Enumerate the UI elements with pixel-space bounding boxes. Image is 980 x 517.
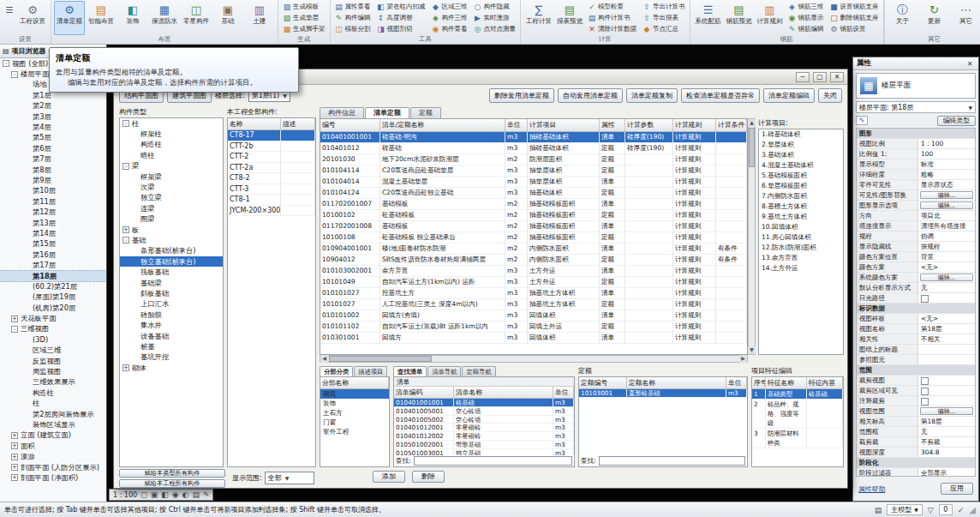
view-control-icon[interactable]: ◐: [182, 490, 189, 499]
close-button[interactable]: 关闭: [818, 88, 842, 103]
browser-tree-item[interactable]: 第9层: [0, 175, 106, 185]
ribbon-button[interactable]: ⋯ 其它: [951, 1, 980, 35]
type-tree-item[interactable]: 条形基础(桩承台): [120, 246, 223, 256]
ribbon-button[interactable]: ▤ 报表预览: [554, 1, 585, 35]
property-row[interactable]: 默认分析显示方式 无: [857, 283, 975, 293]
ribbon-button[interactable]: ◧ 装饰: [117, 1, 148, 35]
section-tab[interactable]: 分部分类: [320, 366, 353, 376]
property-row[interactable]: 视图深度 304.8: [857, 448, 975, 458]
ribbon-button[interactable]: ↻ 更新: [919, 1, 950, 35]
calc-item[interactable]: 7.内侧防水面积: [759, 191, 843, 201]
ribbon-button[interactable]: ✓ 模型检查: [586, 1, 638, 12]
calc-item[interactable]: 8.基槽土方体积: [759, 201, 843, 212]
property-value[interactable]: [918, 376, 975, 385]
close-icon[interactable]: ✕: [830, 72, 844, 82]
tree-expander-icon[interactable]: +: [11, 442, 18, 449]
property-value[interactable]: 第18层: [918, 324, 975, 334]
ribbon-button[interactable]: ◆ 节点汇总: [641, 23, 687, 34]
type-tree-item[interactable]: 集水井: [120, 320, 223, 330]
column-header[interactable]: 计算条件: [716, 119, 747, 131]
browser-tree-item[interactable]: 第17层: [0, 260, 106, 270]
select-toggle-icon[interactable]: ✓: [958, 506, 965, 514]
browser-tree-item[interactable]: 第7层: [0, 154, 106, 165]
ribbon-button[interactable]: ▤ 钢筋预览: [724, 1, 755, 35]
browser-tree-item[interactable]: 第18层: [0, 271, 106, 281]
browser-tree-item[interactable]: 第11层: [0, 196, 106, 207]
browser-tree-item[interactable]: - 三维视图: [0, 324, 106, 334]
cell-rule[interactable]: 计算规则: [673, 277, 716, 288]
list-row[interactable]: 010401005002 空心砖墙 m3: [394, 416, 574, 424]
table-row[interactable]: 010904001001 楼(地)面卷材防水防潮 m2 内侧防水面积 清单 计算…: [320, 243, 747, 255]
property-value[interactable]: [918, 345, 975, 354]
type-tree-item[interactable]: + 砌体: [120, 363, 223, 373]
view-control-icon[interactable]: ◻: [140, 490, 146, 499]
property-row[interactable]: 视图名称 第18层: [857, 324, 975, 334]
close-icon[interactable]: ✕: [965, 60, 975, 68]
table-row[interactable]: 010101027 挖基坑土方 m3 抽基坑土方体积 清单 计算规则: [320, 288, 747, 299]
ribbon-button[interactable]: ∑ 工程计算: [523, 1, 554, 35]
cell-rule[interactable]: 计算规则: [673, 266, 716, 277]
property-value[interactable]: 全部显示: [918, 468, 975, 477]
ribbon-button[interactable]: ↕ 高度调整: [375, 12, 427, 23]
tree-expander-icon[interactable]: +: [11, 464, 18, 471]
tree-expander-icon[interactable]: -: [122, 237, 129, 243]
property-row[interactable]: 图形: [857, 129, 975, 139]
cell-rule[interactable]: 计算规则: [673, 310, 716, 322]
ribbon-button[interactable]: ◫ 零星构件: [181, 1, 212, 35]
browser-tree-item[interactable]: (60.2)第21层: [0, 281, 106, 292]
property-row[interactable]: 注释裁剪: [857, 396, 975, 406]
apply-to-type-button[interactable]: 赋给本类型所有构件: [119, 469, 225, 478]
check-list-button[interactable]: 检查清单定额是否异常: [681, 88, 760, 103]
browser-tree-item[interactable]: 周监视图: [0, 366, 106, 376]
calc-item[interactable]: 9.基坑土方体积: [759, 212, 843, 222]
ribbon-button[interactable]: ▥ 土建: [244, 1, 275, 35]
tree-expander-icon[interactable]: +: [122, 226, 129, 233]
property-value[interactable]: 不剪裁: [918, 437, 975, 447]
browser-tree-item[interactable]: 构造柱: [0, 388, 106, 398]
ribbon-button[interactable]: ◈ 钢筋三维: [786, 1, 826, 12]
list-search-tab[interactable]: 定额导航: [462, 366, 495, 376]
component-row[interactable]: CT8-1: [228, 195, 315, 206]
ribbon-button[interactable]: ◨ 视图剖切: [375, 23, 427, 34]
column-header[interactable]: 属性: [600, 119, 625, 131]
property-row[interactable]: 视图比例 1 : 100: [857, 139, 975, 149]
property-row[interactable]: 显示模型 标准: [857, 159, 975, 170]
ribbon-button[interactable]: □ 删除钢筋支座: [828, 12, 881, 23]
section-item[interactable]: 土石方: [320, 408, 389, 418]
ribbon-button[interactable]: ✕ 清除计算数据: [586, 23, 638, 34]
browser-tree-item[interactable]: + 立面 (建筑立面): [0, 430, 106, 441]
ribbon-button[interactable]: ⓘ 关于: [887, 1, 918, 35]
component-row[interactable]: JYCM-200×300: [228, 206, 315, 217]
table-row[interactable]: 20101030 地下20cm水泥砂浆防潮层 m2 防潮层面积 定额 计算规则: [320, 154, 747, 165]
property-row[interactable]: 裁剪区域可见: [857, 386, 975, 396]
detail-tab[interactable]: 清单定额: [365, 107, 409, 118]
maximize-icon[interactable]: ▢: [813, 72, 827, 82]
add-button[interactable]: 添加: [373, 471, 405, 483]
ribbon-button[interactable]: ⚙ 钢筋设置: [828, 23, 881, 34]
property-value[interactable]: 按规程: [918, 242, 975, 251]
column-header[interactable]: 清单名称: [454, 387, 553, 398]
browser-tree-item[interactable]: 第13层: [0, 218, 106, 228]
column-header[interactable]: 计算参数: [625, 119, 673, 131]
browser-tree-item[interactable]: 三维效果展示: [0, 377, 106, 388]
list-search-input[interactable]: [414, 456, 572, 466]
list-row[interactable]: 010401012001 零星砌砖 m3: [394, 424, 574, 432]
browser-tree-item[interactable]: 第3层: [0, 111, 106, 122]
section-item[interactable]: 装饰: [320, 399, 389, 408]
column-header[interactable]: 序号: [752, 377, 766, 388]
cell-feature-value[interactable]: [807, 429, 843, 448]
type-tree-item[interactable]: 构造柱: [120, 140, 223, 150]
cell-rule[interactable]: 计算规则: [673, 322, 716, 333]
tree-expander-icon[interactable]: -: [122, 120, 129, 127]
table-row[interactable]: 10100108 砼基础模板 独立基础承台 m2 抽基础模板面积 定额 计算规则: [320, 232, 747, 243]
ribbon-button[interactable]: ⚙ 工程设置: [17, 1, 48, 35]
ribbon-button[interactable]: ▤ 属性查看: [333, 1, 373, 12]
type-tree-item[interactable]: 上口汇水: [120, 299, 223, 310]
worksets-icon[interactable]: ▤: [875, 506, 882, 514]
column-header[interactable]: 计算规则: [673, 119, 716, 131]
property-row[interactable]: 日光路径: [857, 293, 975, 304]
property-row[interactable]: 颜色方案 <无>: [857, 262, 975, 273]
component-row[interactable]: CTT-3: [228, 184, 315, 195]
browser-tree-item[interactable]: 第2层房间装饰展示: [0, 409, 106, 419]
cell-feature-value[interactable]: 砖基础: [807, 389, 843, 400]
